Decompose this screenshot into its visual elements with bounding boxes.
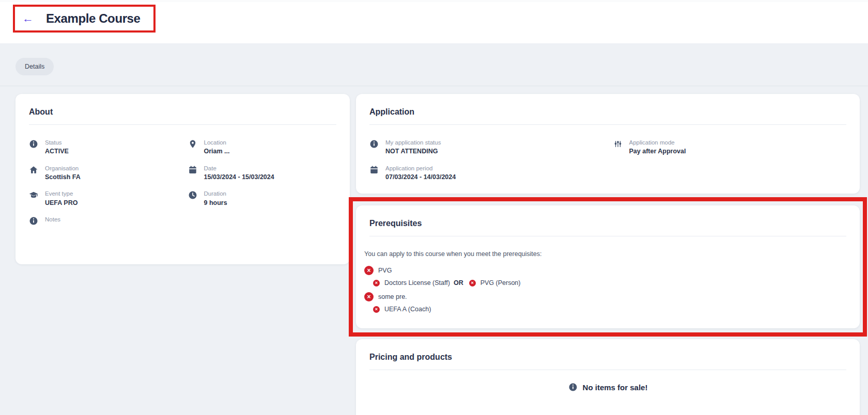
divider [29, 124, 336, 125]
field-status: Status ACTIVE [29, 139, 178, 156]
back-button[interactable]: ← [22, 13, 34, 24]
field-duration: Duration 9 hours [188, 190, 337, 207]
empty-state-message: No items for sale! [583, 383, 648, 392]
divider [369, 370, 846, 370]
field-label: Date [204, 165, 274, 172]
prerequisite-item: Doctors License (Staff) [384, 279, 450, 286]
field-text: Event type UEFA PRO [45, 190, 78, 207]
prerequisite-item: UEFA A (Coach) [384, 306, 431, 313]
annotation-box-title: ← Example Course [13, 5, 156, 33]
field-text: Duration 9 hours [204, 190, 227, 207]
tab-details[interactable]: Details [16, 58, 54, 75]
field-text: Application mode Pay after Approval [629, 139, 686, 156]
field-value [45, 224, 60, 227]
field-label: Duration [204, 190, 227, 197]
right-column: Application My application status NOT AT… [356, 94, 860, 415]
not-met-icon: × [373, 280, 380, 286]
prerequisite-label: some pre. [378, 293, 407, 300]
field-location: Location Oriam ... [188, 139, 337, 156]
field-label: Notes [45, 216, 60, 223]
annotation-box-prerequisites: Prerequisites You can apply to this cour… [349, 197, 867, 337]
field-label: Status [45, 139, 69, 146]
field-event-type: Event type UEFA PRO [29, 190, 178, 207]
field-value[interactable]: Oriam ... [204, 147, 230, 155]
application-fields: My application status NOT ATTENDING Appl… [369, 139, 846, 181]
field-text: My application status NOT ATTENDING [385, 139, 441, 156]
field-organisation: Organisation Scottish FA [29, 165, 178, 182]
field-label: Application mode [629, 139, 686, 146]
field-date: Date 15/03/2024 - 15/03/2024 [188, 165, 337, 182]
calendar-icon [369, 165, 379, 174]
field-application-status: My application status NOT ATTENDING [369, 139, 603, 156]
field-text: Application period 07/03/2024 - 14/03/20… [385, 165, 456, 182]
info-icon [369, 139, 379, 149]
not-met-icon: × [469, 280, 476, 286]
page-title: Example Course [46, 11, 140, 26]
field-text: Date 15/03/2024 - 15/03/2024 [204, 165, 274, 182]
prerequisites-card: Prerequisites You can apply to this cour… [356, 205, 860, 328]
field-text: Notes [45, 216, 60, 227]
info-icon [568, 382, 578, 392]
field-value: Pay after Approval [629, 147, 686, 155]
about-col1: Status ACTIVE Organisation Scottish FA [29, 139, 178, 227]
field-text: Organisation Scottish FA [45, 165, 81, 182]
field-value: 9 hours [204, 199, 227, 207]
field-value: UEFA PRO [45, 199, 78, 207]
field-text: Status ACTIVE [45, 139, 69, 156]
course-details-page: ← Example Course Details About Status [0, 0, 868, 415]
prerequisites-list: × PVG × Doctors License (Staff) OR × PVG… [364, 266, 846, 313]
field-application-mode: Application mode Pay after Approval [613, 139, 847, 156]
pricing-card: Pricing and products No items for sale! [356, 339, 860, 415]
prerequisite-group: × PVG [364, 266, 846, 275]
divider [369, 124, 846, 125]
field-value: Scottish FA [45, 173, 81, 181]
prerequisite-label: PVG [378, 267, 392, 274]
field-label: Event type [45, 190, 78, 197]
home-icon [29, 165, 38, 174]
top-bar: ← Example Course [0, 0, 868, 44]
about-card: About Status ACTIVE [16, 94, 350, 264]
not-met-icon: × [364, 266, 374, 275]
prerequisites-intro: You can apply to this course when you me… [364, 250, 846, 258]
not-met-icon: × [364, 292, 374, 301]
prerequisite-children: × Doctors License (Staff) OR × PVG (Pers… [373, 279, 846, 286]
clock-icon [188, 190, 197, 200]
divider [369, 236, 846, 236]
sliders-icon [613, 139, 623, 149]
field-label: Application period [385, 165, 456, 172]
field-notes: Notes [29, 216, 178, 227]
about-col2: Location Oriam ... Date 15/03/2024 - 15/… [188, 139, 337, 227]
field-text: Location Oriam ... [204, 139, 230, 156]
application-card: Application My application status NOT AT… [356, 94, 860, 194]
prerequisites-title: Prerequisites [369, 219, 846, 228]
prerequisite-children: × UEFA A (Coach) [373, 306, 846, 313]
prerequisite-operator: OR [454, 279, 463, 286]
left-column: About Status ACTIVE [16, 94, 350, 264]
calendar-icon [188, 165, 197, 174]
field-value: ACTIVE [45, 147, 69, 155]
tab-strip: Details [0, 44, 868, 86]
field-label: My application status [385, 139, 441, 146]
prerequisite-group: × some pre. [364, 292, 846, 301]
graduation-cap-icon [29, 190, 38, 200]
main-content: About Status ACTIVE [0, 86, 868, 415]
about-fields: Status ACTIVE Organisation Scottish FA [29, 139, 336, 227]
about-title: About [29, 107, 336, 117]
map-pin-icon [188, 139, 197, 149]
prerequisite-item: PVG (Person) [481, 279, 521, 286]
info-icon [29, 216, 38, 226]
application-title: Application [369, 107, 846, 117]
field-value: NOT ATTENDING [385, 147, 441, 155]
field-label: Organisation [45, 165, 81, 172]
pricing-title: Pricing and products [369, 353, 846, 362]
application-col2: Application mode Pay after Approval [613, 139, 847, 181]
field-label: Location [204, 139, 230, 146]
field-value: 15/03/2024 - 15/03/2024 [204, 173, 274, 181]
not-met-icon: × [373, 306, 380, 313]
empty-state: No items for sale! [369, 382, 846, 392]
info-icon [29, 139, 38, 149]
field-value: 07/03/2024 - 14/03/2024 [385, 173, 456, 181]
application-col1: My application status NOT ATTENDING Appl… [369, 139, 603, 181]
field-application-period: Application period 07/03/2024 - 14/03/20… [369, 165, 603, 182]
